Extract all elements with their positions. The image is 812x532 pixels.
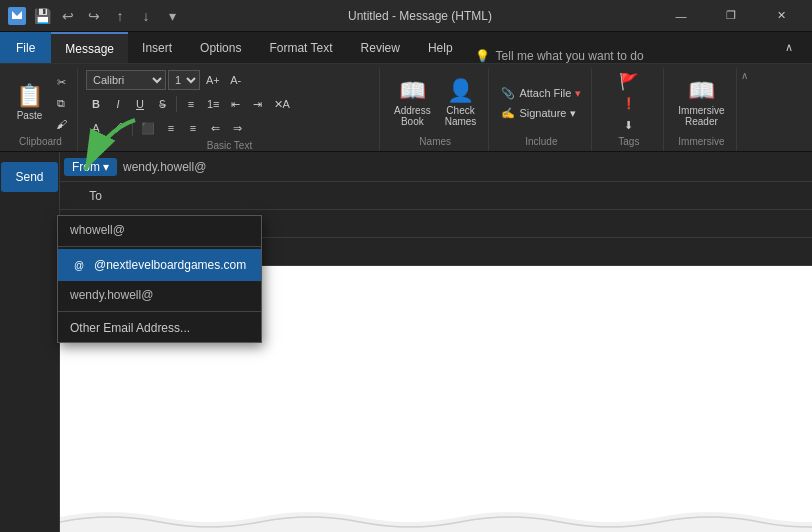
- from-value: wendy.howell@: [123, 160, 206, 174]
- paste-btn[interactable]: 📋 Paste: [10, 74, 49, 132]
- format-painter-btn[interactable]: 🖌: [51, 114, 71, 134]
- to-row: To: [60, 182, 812, 210]
- tell-me-area[interactable]: 💡 Tell me what you want to do: [467, 49, 652, 63]
- font-size-select[interactable]: 11: [168, 70, 200, 90]
- signature-label: Signature: [519, 107, 566, 119]
- font-row: Calibri 11 A+ A-: [86, 70, 373, 90]
- immersive-reader-label: Immersive Reader: [678, 105, 724, 127]
- attach-file-icon: 📎: [501, 87, 515, 100]
- down-btn[interactable]: ↓: [136, 6, 156, 26]
- ribbon-tab-bar: File Message Insert Options Format Text …: [0, 32, 812, 64]
- copy-btn[interactable]: ⧉: [51, 93, 71, 113]
- title-bar-left: 💾 ↩ ↪ ↑ ↓ ▾: [8, 6, 182, 26]
- attach-dropdown-arrow: ▾: [575, 87, 581, 100]
- window-title: Untitled - Message (HTML): [182, 9, 658, 23]
- ltr-btn[interactable]: ⇒: [227, 118, 247, 138]
- at-badge-icon: @: [70, 256, 88, 274]
- rtl-btn[interactable]: ⇐: [205, 118, 225, 138]
- undo-btn[interactable]: ↩: [58, 6, 78, 26]
- align-right-btn[interactable]: ≡: [183, 118, 203, 138]
- signature-dropdown-arrow: ▾: [570, 107, 576, 120]
- app-icon: [8, 7, 26, 25]
- address-book-icon: 📖: [399, 80, 426, 102]
- to-field[interactable]: [110, 185, 812, 207]
- to-label: To: [60, 189, 110, 203]
- signature-icon: ✍: [501, 107, 515, 120]
- shrink-font-btn[interactable]: A-: [226, 70, 246, 90]
- send-button[interactable]: Send: [1, 162, 57, 192]
- tab-file[interactable]: File: [0, 32, 51, 63]
- dropdown-item-nextlevel[interactable]: @ @nextlevelboardgames.com: [58, 249, 261, 281]
- close-btn[interactable]: ✕: [758, 0, 804, 32]
- immersive-group: 📖 Immersive Reader Immersive: [666, 68, 737, 151]
- tab-format-text[interactable]: Format Text: [255, 32, 346, 63]
- wendyhowell-email: wendy.howell@: [70, 288, 153, 302]
- dropdown-divider-1: [58, 246, 261, 247]
- tags-label: Tags: [600, 136, 657, 149]
- nextlevel-email: @nextlevelboardgames.com: [94, 258, 246, 272]
- from-dropdown: whowell@ @ @nextlevelboardgames.com wend…: [57, 215, 262, 343]
- bold-btn[interactable]: B: [86, 94, 106, 114]
- basic-text-group: Calibri 11 A+ A- B I U S̶ ≡ 1≡ ⇤: [80, 68, 380, 151]
- include-label: Include: [497, 136, 585, 149]
- ribbon-toolbar: 📋 Paste ✂ ⧉ 🖌 Clipboard Calibri: [0, 64, 812, 152]
- strikethrough-btn[interactable]: S̶: [152, 94, 172, 114]
- list-btn[interactable]: ≡: [181, 94, 201, 114]
- dropdown-item-other[interactable]: Other Email Address...: [58, 314, 261, 342]
- align-row: A 🖊 ⬛ ≡ ≡ ⇐ ⇒: [86, 118, 373, 138]
- check-names-icon: 👤: [447, 80, 474, 102]
- signature-btn[interactable]: ✍ Signature ▾: [497, 105, 580, 122]
- clear-format-btn[interactable]: ✕A: [270, 94, 294, 114]
- increase-indent-btn[interactable]: ⇥: [248, 94, 268, 114]
- quick-save-btn[interactable]: 💾: [32, 6, 52, 26]
- whowell-email: whowell@: [70, 223, 125, 237]
- immersive-reader-btn[interactable]: 📖 Immersive Reader: [672, 73, 730, 133]
- restore-btn[interactable]: ❐: [708, 0, 754, 32]
- dropdown-divider-2: [58, 311, 261, 312]
- align-center-btn[interactable]: ≡: [161, 118, 181, 138]
- grow-font-btn[interactable]: A+: [202, 70, 224, 90]
- from-arrow-icon: ▾: [103, 160, 109, 174]
- clipboard-label: Clipboard: [19, 136, 62, 149]
- tell-me-text: Tell me what you want to do: [496, 49, 644, 63]
- paste-icon: 📋: [16, 85, 43, 107]
- from-button[interactable]: From ▾: [64, 158, 117, 176]
- highlight-btn[interactable]: 🖊: [108, 118, 128, 138]
- tags-group: 🚩 ❗ ⬇ Tags: [594, 68, 664, 151]
- title-bar: 💾 ↩ ↪ ↑ ↓ ▾ Untitled - Message (HTML) — …: [0, 0, 812, 32]
- clipboard-group: 📋 Paste ✂ ⧉ 🖌 Clipboard: [4, 68, 78, 151]
- ribbon-collapse-btn[interactable]: ∧: [766, 31, 812, 63]
- flag-btn[interactable]: 🚩: [615, 71, 643, 91]
- importance-low-btn[interactable]: ⬇: [619, 115, 639, 135]
- tab-help[interactable]: Help: [414, 32, 467, 63]
- minimize-btn[interactable]: —: [658, 0, 704, 32]
- dropdown-item-wendyhowell[interactable]: wendy.howell@: [58, 281, 261, 309]
- tab-options[interactable]: Options: [186, 32, 255, 63]
- font-family-select[interactable]: Calibri: [86, 70, 166, 90]
- underline-btn[interactable]: U: [130, 94, 150, 114]
- decrease-indent-btn[interactable]: ⇤: [226, 94, 246, 114]
- up-btn[interactable]: ↑: [110, 6, 130, 26]
- tab-message[interactable]: Message: [51, 32, 128, 63]
- cut-btn[interactable]: ✂: [51, 72, 71, 92]
- attach-file-btn[interactable]: 📎 Attach File ▾: [497, 85, 585, 102]
- more-btn[interactable]: ▾: [162, 6, 182, 26]
- font-color-btn[interactable]: A: [86, 118, 106, 138]
- immersive-label: Immersive: [672, 136, 730, 149]
- italic-btn[interactable]: I: [108, 94, 128, 114]
- address-book-btn[interactable]: 📖 Address Book: [388, 73, 437, 133]
- redo-btn[interactable]: ↪: [84, 6, 104, 26]
- ribbon-expand-btn[interactable]: ∧: [739, 68, 750, 151]
- align-left-btn[interactable]: ⬛: [137, 118, 159, 138]
- dropdown-item-whowell[interactable]: whowell@: [58, 216, 261, 244]
- wavy-decoration: [60, 502, 812, 532]
- immersive-reader-icon: 📖: [688, 80, 715, 102]
- numbered-list-btn[interactable]: 1≡: [203, 94, 224, 114]
- tab-review[interactable]: Review: [347, 32, 414, 63]
- check-names-btn[interactable]: 👤 Check Names: [439, 73, 483, 133]
- importance-high-btn[interactable]: ❗: [618, 93, 640, 113]
- tab-insert[interactable]: Insert: [128, 32, 186, 63]
- names-group: 📖 Address Book 👤 Check Names Names: [382, 68, 489, 151]
- check-names-label: Check Names: [445, 105, 477, 127]
- send-panel: Send: [0, 152, 60, 532]
